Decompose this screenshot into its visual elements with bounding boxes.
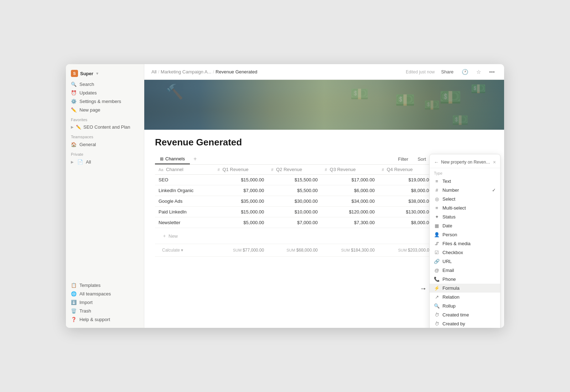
calculate-label[interactable]: Calculate ▾ — [159, 246, 211, 254]
breadcrumb-campaign[interactable]: Marketing Campaign A... — [161, 69, 211, 74]
col-q2: # Q2 Revenue — [268, 165, 321, 175]
sidebar-item-all-teamspaces[interactable]: 🌐 All teamspaces — [66, 289, 144, 298]
type-item-rollup[interactable]: 🔍 Rollup — [430, 301, 500, 310]
sum-q1: SUM$77,000.00 — [214, 244, 268, 257]
sidebar-item-trash[interactable]: 🗑️ Trash — [66, 306, 144, 315]
calculate-btn[interactable]: Calculate ▾ — [155, 244, 214, 257]
sum-q3: SUM$184,300.00 — [321, 244, 378, 257]
sidebar-item-seo[interactable]: ▶ ✏️ SEO Content and Plan — [66, 123, 144, 131]
date-type-label: Date — [442, 223, 452, 228]
type-item-created-by[interactable]: ⏱ Created by — [430, 319, 500, 328]
tab-channels[interactable]: ⊞ Channels — [155, 154, 190, 164]
panel-close-button[interactable]: × — [493, 159, 496, 165]
history-button[interactable]: 🕐 — [460, 67, 470, 77]
add-row-label: New — [169, 233, 178, 239]
share-button[interactable]: Share — [438, 68, 456, 76]
date-type-icon: ▦ — [434, 223, 440, 228]
status-type-icon: ✦ — [434, 214, 440, 220]
type-item-multi-select[interactable]: ≡ Multi-select — [430, 203, 500, 212]
panel-back-button[interactable]: ← — [434, 159, 439, 165]
sidebar-item-templates[interactable]: 📋 Templates — [66, 281, 144, 289]
sort-button[interactable]: Sort — [414, 155, 430, 163]
type-item-number[interactable]: # Number ✓ — [430, 186, 500, 195]
type-item-files[interactable]: 🖇 Files & media — [430, 239, 500, 248]
type-item-person[interactable]: 👤 Person — [430, 230, 500, 239]
type-item-checkbox[interactable]: ☑ Checkbox — [430, 248, 500, 257]
workspace-selector[interactable]: S Super ▾ — [66, 68, 144, 80]
rollup-type-label: Rollup — [442, 303, 456, 309]
import-icon: ⬇️ — [71, 299, 77, 305]
hero-image: 🔨 💵 💵 💵 💵 💵 💵 — [144, 80, 504, 130]
created-by-type-label: Created by — [442, 321, 465, 326]
relation-type-icon: ↗ — [434, 294, 440, 300]
type-item-text[interactable]: ≡ Text — [430, 177, 500, 186]
cell-q2-1: $5,500.00 — [268, 185, 321, 196]
type-item-select[interactable]: ◎ Select — [430, 195, 500, 203]
number-type-icon: # — [434, 187, 440, 193]
add-row-plus-icon: ＋ — [162, 233, 167, 239]
help-icon: ❓ — [71, 316, 77, 322]
sidebar-item-all[interactable]: ▶ 📄 All — [66, 158, 144, 166]
cell-q1-4: $5,000.00 — [214, 217, 268, 228]
cell-q3-3: $120,000.00 — [321, 207, 378, 217]
sidebar-item-search[interactable]: 🔍 Search — [66, 80, 144, 88]
multi-select-type-label: Multi-select — [442, 205, 466, 211]
col-q1-label: Q1 Revenue — [222, 167, 248, 172]
cell-q3-2: $34,000.00 — [321, 196, 378, 207]
more-button[interactable]: ••• — [487, 67, 497, 77]
number-type-label: Number — [442, 187, 459, 193]
url-type-icon: 🔗 — [434, 259, 440, 264]
type-item-formula[interactable]: → ⚡ Formula — [430, 284, 500, 293]
trash-label: Trash — [79, 308, 91, 314]
sidebar-item-general[interactable]: 🏠 General — [66, 140, 144, 149]
sidebar-item-import[interactable]: ⬇️ Import — [66, 298, 144, 306]
multi-select-type-icon: ≡ — [434, 205, 440, 211]
type-item-email[interactable]: @ Email — [430, 266, 500, 275]
breadcrumb-sep1: / — [158, 69, 159, 74]
sidebar: S Super ▾ 🔍 Search ⏰ Updates ⚙️ Settings… — [66, 64, 144, 328]
checkbox-type-label: Checkbox — [442, 250, 463, 255]
topbar-right: Edited just now Share 🕐 ☆ ••• — [406, 67, 497, 77]
col-q4-prefix: # — [382, 167, 384, 172]
sidebar-newpage-label: New page — [79, 107, 100, 113]
app-window: S Super ▾ 🔍 Search ⏰ Updates ⚙️ Settings… — [66, 64, 504, 328]
sidebar-settings-label: Settings & members — [79, 99, 121, 104]
type-item-relation[interactable]: ↗ Relation — [430, 293, 500, 301]
col-q2-label: Q2 Revenue — [276, 167, 302, 172]
workspace-chevron: ▾ — [96, 71, 98, 76]
favorite-button[interactable]: ☆ — [473, 67, 483, 77]
property-panel: ← New property on Revenue Ge... × Type ≡… — [429, 154, 501, 328]
sidebar-item-new-page[interactable]: ✏️ New page — [66, 105, 144, 114]
search-icon: 🔍 — [71, 81, 77, 87]
main-content: All / Marketing Campaign A... / Revenue … — [144, 64, 504, 328]
type-label: Type — [430, 170, 500, 177]
type-item-created-time[interactable]: ⏱ Created time — [430, 310, 500, 319]
sidebar-bottom: 📋 Templates 🌐 All teamspaces ⬇️ Import 🗑… — [66, 278, 144, 324]
new-page-icon: ✏️ — [71, 107, 77, 113]
tab-channels-icon: ⊞ — [160, 156, 164, 161]
type-item-date[interactable]: ▦ Date — [430, 221, 500, 230]
col-q1: # Q1 Revenue — [214, 165, 268, 175]
breadcrumb-current[interactable]: Revenue Generated — [216, 69, 257, 74]
number-check-icon: ✓ — [492, 187, 496, 193]
cell-q1-1: $7,000.00 — [214, 185, 268, 196]
type-item-url[interactable]: 🔗 URL — [430, 257, 500, 266]
sidebar-item-updates[interactable]: ⏰ Updates — [66, 88, 144, 97]
filter-button[interactable]: Filter — [394, 155, 412, 163]
seo-expand-icon: ▶ — [71, 125, 74, 129]
breadcrumb-all[interactable]: All — [151, 69, 156, 74]
cell-channel-0: SEO — [155, 175, 214, 185]
seo-label: SEO Content and Plan — [83, 124, 130, 130]
type-item-status[interactable]: ✦ Status — [430, 212, 500, 221]
teamspaces-label: Teamspaces — [66, 131, 144, 140]
cell-q4-2: $38,000.00 — [378, 196, 435, 207]
add-tab-button[interactable]: + — [190, 154, 200, 164]
type-item-phone[interactable]: 📞 Phone — [430, 275, 500, 284]
sidebar-item-settings[interactable]: ⚙️ Settings & members — [66, 97, 144, 105]
all-icon: 📄 — [77, 159, 83, 165]
panel-title: New property on Revenue Ge... — [439, 160, 493, 165]
formula-type-icon: ⚡ — [434, 285, 440, 291]
trash-icon: 🗑️ — [71, 308, 77, 314]
tab-channels-label: Channels — [165, 156, 185, 161]
sidebar-item-help[interactable]: ❓ Help & support — [66, 315, 144, 324]
